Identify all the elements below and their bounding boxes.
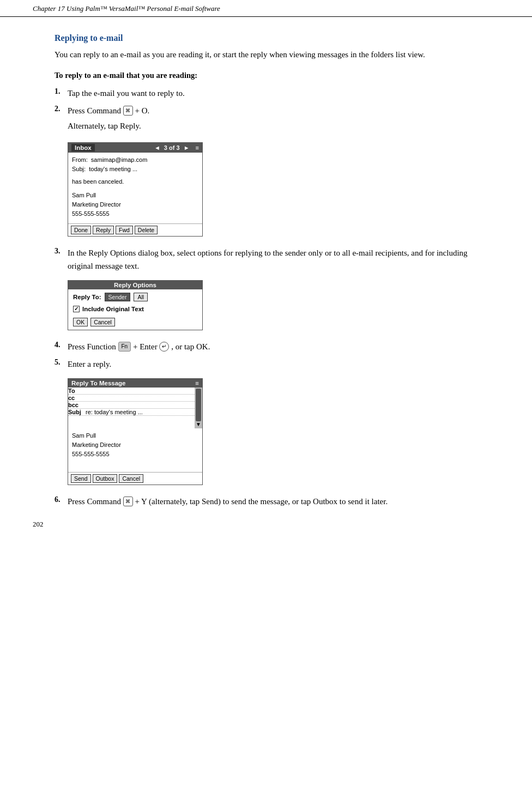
step-6: 6. Press Command ⌘ + Y (alternately, tap… (55, 495, 477, 508)
reply-msg-subj-label: Subj (68, 409, 84, 415)
reply-msg-content: Sam Pull Marketing Director 555-555-5555 (68, 428, 202, 472)
reply-msg-subj-row: Subj re: today's meeting ... (68, 409, 195, 416)
reply-msg-title: Reply To Message (71, 380, 126, 386)
include-text-label: Include Original Text (82, 306, 144, 312)
inbox-menu-icon[interactable]: ≡ (196, 144, 199, 151)
reply-msg-cc-row: cc (68, 395, 195, 402)
step-6-content: Press Command ⌘ + Y (alternately, tap Se… (68, 495, 477, 508)
step-2-before: Press Command (68, 106, 121, 115)
step-4-middle: + Enter (133, 342, 158, 351)
reply-msg-titlebar: Reply To Message ≡ (68, 379, 202, 388)
reply-msg-subj-value: re: today's meeting ... (84, 409, 195, 415)
inbox-prev-icon[interactable]: ◄ (154, 144, 160, 151)
inbox-fwd-button[interactable]: Fwd (116, 226, 133, 234)
inbox-subj-label: Subj: (72, 166, 86, 172)
sender-button[interactable]: Sender (105, 293, 131, 301)
inbox-screenshot-container: Inbox ◄ 3 of 3 ► ≡ From: samimap@imap.co… (68, 142, 477, 237)
command-icon-2: ⌘ (123, 497, 133, 506)
inbox-body-line5: 555-555-5555 (72, 209, 198, 219)
step-5: 5. Enter a reply. (55, 358, 477, 371)
scrollbar[interactable]: ▼ (195, 388, 202, 428)
step-2-suffix: + O. (135, 106, 149, 115)
inbox-next-icon[interactable]: ► (184, 144, 190, 151)
reply-outbox-button[interactable]: Outbox (93, 474, 118, 483)
command-icon-1: ⌘ (123, 106, 133, 116)
inbox-screen: Inbox ◄ 3 of 3 ► ≡ From: samimap@imap.co… (68, 142, 203, 237)
reply-ok-button[interactable]: OK (73, 318, 88, 326)
step-4-before: Press Function (68, 342, 116, 351)
step-5-number: 5. (55, 358, 68, 367)
reply-cancel-button[interactable]: Cancel (90, 318, 115, 326)
subsection-title: To reply to an e-mail that you are readi… (55, 71, 477, 80)
reply-msg-body: To cc bcc Subj re: today's meeting ... (68, 388, 202, 428)
reply-msg-cc-label: cc (68, 395, 84, 401)
inbox-body: From: samimap@imap.com Subj: today's mee… (68, 153, 202, 223)
step-6-before: Press Command (68, 497, 121, 506)
step-1: 1. Tap the e-mail you want to reply to. (55, 87, 477, 100)
step-4-number: 4. (55, 340, 68, 349)
step-4-after: , or tap OK. (171, 342, 210, 351)
step-2-content: Press Command ⌘ + O. Alternately, tap Re… (68, 104, 477, 135)
reply-options-screenshot-container: Reply Options Reply To: Sender All ✓ Inc… (68, 280, 477, 330)
inbox-done-button[interactable]: Done (71, 226, 91, 234)
scroll-arrow-down[interactable]: ▼ (196, 421, 201, 427)
inbox-nav: ◄ 3 of 3 ► ≡ (154, 144, 199, 151)
step-2-text: Press Command ⌘ + O. (68, 104, 477, 117)
step-2-number: 2. (55, 104, 68, 113)
step-3-number: 3. (55, 246, 68, 256)
step-5-content: Enter a reply. (68, 358, 477, 371)
reply-msg-menu-icon[interactable]: ≡ (195, 380, 199, 386)
reply-to-label: Reply To: (73, 294, 101, 300)
inbox-body-line1: has been canceled. (72, 177, 198, 186)
inbox-reply-button[interactable]: Reply (93, 226, 114, 234)
page-content: Replying to e-mail You can reply to an e… (0, 17, 532, 534)
reply-options-body: Reply To: Sender All ✓ Include Original … (68, 289, 202, 330)
reply-msg-to-row: To (68, 388, 195, 395)
step-2-alternate: Alternately, tap Reply. (68, 119, 477, 132)
reply-options-screen: Reply Options Reply To: Sender All ✓ Inc… (68, 280, 203, 330)
include-text-row: ✓ Include Original Text (73, 306, 197, 312)
step-1-number: 1. (55, 87, 68, 96)
inbox-from-row: From: samimap@imap.com (72, 155, 198, 165)
inbox-delete-button[interactable]: Delete (135, 226, 158, 234)
step-4: 4. Press Function Fn + Enter ↵ , or tap … (55, 340, 477, 353)
inbox-titlebar: Inbox ◄ 3 of 3 ► ≡ (68, 143, 202, 153)
step-4-content: Press Function Fn + Enter ↵ , or tap OK. (68, 340, 477, 353)
inbox-from-value: samimap@imap.com (91, 156, 147, 163)
reply-msg-fields: To cc bcc Subj re: today's meeting ... (68, 388, 195, 428)
step-2: 2. Press Command ⌘ + O. Alternately, tap… (55, 104, 477, 135)
fn-key-icon: Fn (118, 342, 131, 352)
reply-msg-screen: Reply To Message ≡ To cc bcc (68, 378, 203, 485)
reply-msg-body-line2: Marketing Director (72, 440, 198, 450)
reply-send-button[interactable]: Send (71, 474, 91, 483)
step-6-number: 6. (55, 495, 68, 504)
scroll-thumb (196, 389, 201, 421)
step-6-after: + Y (alternately, tap Send) to send the … (135, 497, 388, 506)
chapter-title: Chapter 17 Using Palm™ VersaMail™ Person… (33, 4, 220, 13)
reply-msg-body-line3: 555-555-5555 (72, 450, 198, 459)
inbox-body-line4: Marketing Director (72, 200, 198, 209)
inbox-subj-row: Subj: today's meeting ... (72, 165, 198, 174)
reply-to-row: Reply To: Sender All (73, 293, 197, 301)
reply-msg-footer: Send Outbox Cancel (68, 472, 202, 485)
reply-msg-bcc-label: bcc (68, 402, 84, 408)
reply-msg-body-line1: Sam Pull (72, 431, 198, 440)
reply-options-titlebar: Reply Options (68, 281, 202, 289)
page-number: 202 (0, 514, 76, 534)
inbox-from-label: From: (72, 156, 88, 163)
inbox-title: Inbox (71, 144, 95, 152)
page-header: Chapter 17 Using Palm™ VersaMail™ Person… (0, 0, 532, 17)
inbox-subj-value: today's meeting ... (89, 166, 137, 172)
reply-msg-bcc-row: bcc (68, 402, 195, 409)
section-title: Replying to e-mail (55, 33, 477, 43)
reply-cancel-msg-button[interactable]: Cancel (119, 474, 143, 483)
inbox-body-line3: Sam Pull (72, 191, 198, 200)
reply-msg-screenshot-container: Reply To Message ≡ To cc bcc (68, 378, 477, 485)
step-3-content: In the Reply Options dialog box, select … (68, 246, 477, 273)
section-intro: You can reply to an e-mail as you are re… (55, 49, 477, 61)
all-button[interactable]: All (134, 293, 148, 301)
step-1-content: Tap the e-mail you want to reply to. (68, 87, 477, 100)
include-text-checkbox[interactable]: ✓ (73, 306, 80, 312)
inbox-page-count: 3 of 3 (162, 144, 182, 151)
enter-icon: ↵ (159, 342, 169, 352)
